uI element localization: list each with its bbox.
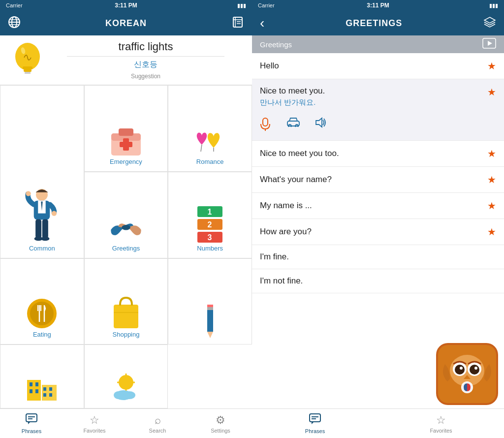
category-greetings[interactable]: Greetings — [84, 172, 168, 258]
tab-favorites-right[interactable]: ☆ Favorites — [378, 409, 504, 438]
svg-marker-79 — [316, 118, 322, 127]
tab-settings-left[interactable]: ⚙ Settings — [189, 409, 252, 438]
category-greetings-label: Greetings — [112, 245, 140, 252]
phrase-how-are-you-text: How are you? — [260, 227, 312, 237]
category-numbers[interactable]: 1 2 3 Numbers — [168, 172, 252, 258]
svg-rect-58 — [43, 393, 46, 397]
suggestion-icon — [8, 40, 47, 80]
phrase-not-fine[interactable]: I'm not fine. — [252, 269, 504, 293]
tab-bar-left: Phrases ☆ Favorites ⌕ Search ⚙ Settings — [0, 408, 252, 438]
phrase-how-are-you[interactable]: How are you? ★ — [252, 219, 504, 245]
section-header: Greetings — [252, 35, 504, 53]
svg-rect-51 — [30, 382, 32, 386]
phrases-icon — [26, 413, 37, 427]
category-shopping[interactable]: Shopping — [84, 258, 168, 345]
svg-rect-74 — [263, 118, 268, 126]
phrase-nice-meet[interactable]: Nice to meet you. 만나서 반가워요. ★ — [252, 79, 504, 141]
svg-rect-52 — [35, 382, 38, 386]
time-left: 3:11 PM — [115, 2, 137, 9]
tab-search-left[interactable]: ⌕ Search — [126, 409, 189, 438]
svg-point-18 — [26, 191, 31, 196]
star-how-are-you[interactable]: ★ — [487, 226, 496, 238]
tab-bar-right: Phrases ☆ Favorites — [252, 408, 504, 438]
svg-text:1: 1 — [208, 208, 212, 216]
speaker-icon[interactable] — [314, 117, 327, 133]
svg-rect-50 — [27, 380, 41, 401]
phrase-my-name[interactable]: My name is ... ★ — [252, 193, 504, 219]
nav-bar-right: ‹ GREETINGS — [252, 11, 504, 35]
tab-phrases-left[interactable]: Phrases — [0, 409, 63, 438]
star-nice-meet[interactable]: ★ — [487, 86, 496, 98]
svg-point-67 — [124, 391, 135, 399]
tab-phrases-label-left: Phrases — [22, 428, 41, 434]
suggestion-bar: traffic lights 신호등 Suggestion — [0, 35, 252, 85]
carrier-left: Carrier — [6, 2, 23, 8]
tab-phrases-right[interactable]: Phrases — [252, 409, 378, 438]
category-romance[interactable]: Romance — [168, 85, 252, 172]
svg-rect-28 — [120, 142, 132, 147]
svg-rect-57 — [49, 387, 52, 391]
category-emergency-label: Emergency — [110, 158, 142, 165]
category-pencil[interactable] — [168, 258, 252, 345]
svg-rect-76 — [287, 121, 299, 126]
svg-rect-49 — [207, 305, 213, 307]
left-phone: Carrier 3:11 PM ▮▮▮ KOREAN — [0, 0, 252, 438]
tab-favorites-left[interactable]: ☆ Favorites — [63, 409, 126, 438]
svg-marker-47 — [207, 332, 213, 338]
categories-grid: Common Emergency — [0, 85, 252, 408]
svg-rect-80 — [310, 414, 320, 422]
globe-icon[interactable] — [8, 16, 21, 31]
svg-rect-26 — [119, 128, 133, 136]
suggestion-korean: 신호등 — [134, 60, 158, 70]
svg-rect-55 — [42, 385, 57, 401]
tab-favorites-label-left: Favorites — [83, 428, 105, 434]
svg-point-39 — [30, 302, 54, 325]
settings-icon-left: ⚙ — [216, 414, 225, 427]
status-bar-left: Carrier 3:11 PM ▮▮▮ — [0, 0, 252, 11]
car-icon[interactable] — [286, 117, 300, 133]
time-right: 3:11 PM — [367, 2, 389, 9]
category-emergency[interactable]: Emergency — [84, 85, 168, 172]
svg-rect-44 — [114, 305, 138, 328]
status-bar-right: Carrier 3:11 PM ▮▮▮ — [252, 0, 504, 11]
star-nice-meet-too[interactable]: ★ — [487, 148, 496, 159]
microphone-icon[interactable] — [260, 117, 271, 133]
carrier-right: Carrier — [258, 2, 275, 8]
phrase-my-name-text: My name is ... — [260, 201, 312, 211]
phrase-nice-meet-too[interactable]: Nice to meet you too. ★ — [252, 141, 504, 167]
category-numbers-label: Numbers — [197, 245, 223, 252]
play-icon[interactable] — [482, 38, 496, 51]
tab-settings-label-left: Settings — [211, 428, 230, 434]
svg-rect-12 — [24, 69, 32, 72]
star-whats-name[interactable]: ★ — [487, 174, 496, 186]
phrase-hello-text: Hello — [260, 61, 279, 71]
phrase-hello[interactable]: Hello ★ — [252, 53, 504, 79]
star-my-name[interactable]: ★ — [487, 200, 496, 212]
category-weather[interactable] — [84, 344, 168, 408]
phrases-icon-right — [309, 413, 321, 427]
book-icon[interactable] — [231, 16, 244, 31]
phrase-im-fine[interactable]: I'm fine. — [252, 245, 504, 269]
svg-line-29 — [201, 145, 202, 152]
svg-rect-20 — [35, 219, 41, 238]
phrase-whats-name[interactable]: What's your name? ★ — [252, 167, 504, 193]
layers-icon[interactable] — [483, 16, 496, 31]
svg-point-23 — [41, 236, 50, 241]
svg-marker-73 — [488, 41, 492, 46]
svg-point-92 — [474, 367, 477, 370]
tab-favorites-label-right: Favorites — [430, 428, 452, 434]
svg-point-66 — [114, 391, 124, 399]
back-button[interactable]: ‹ — [260, 15, 264, 31]
category-common[interactable]: Common — [0, 85, 84, 258]
svg-rect-59 — [49, 393, 52, 397]
nav-title-left: KOREAN — [105, 18, 147, 29]
search-icon-left: ⌕ — [155, 414, 161, 427]
category-eating-label: Eating — [33, 331, 51, 338]
star-hello[interactable]: ★ — [487, 60, 496, 72]
category-eating[interactable]: Eating — [0, 258, 84, 345]
svg-rect-68 — [26, 414, 37, 422]
phrase-nice-meet-too-text: Nice to meet you too. — [260, 149, 339, 158]
category-shopping-label: Shopping — [113, 331, 140, 338]
category-buildings[interactable] — [0, 344, 84, 408]
phrase-nice-meet-text: Nice to meet you. — [260, 86, 325, 96]
